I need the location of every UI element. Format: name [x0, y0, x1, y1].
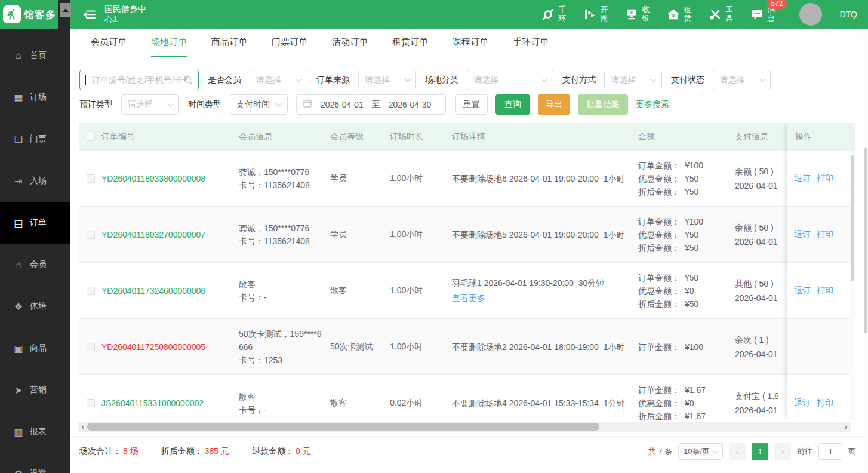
sidebar-item-training[interactable]: ❖体培: [0, 285, 70, 327]
order-number-link[interactable]: YD26040117250800000005: [101, 342, 205, 352]
pay-method-select[interactable]: 请选择: [604, 70, 662, 90]
member-level: 散客: [330, 398, 390, 408]
scrollbar-thumb[interactable]: [864, 148, 867, 333]
sidebar-item-marketing[interactable]: ➤营销: [0, 369, 70, 411]
stat-value: 8 场: [123, 446, 138, 456]
table-horizontal-scrollbar[interactable]: ‹ ›: [78, 422, 851, 432]
tab-rental-orders[interactable]: 租赁订单: [392, 29, 428, 57]
rental-action[interactable]: ¥ 租赁: [667, 5, 692, 23]
export-button[interactable]: 导出: [538, 94, 570, 115]
sidebar-item-tickets[interactable]: ❏门票: [0, 118, 70, 160]
tools-action[interactable]: 工具: [709, 5, 734, 23]
tab-wristband-orders[interactable]: 手环订单: [513, 29, 549, 57]
scroll-right-arrow[interactable]: ›: [841, 422, 851, 432]
date-range-picker[interactable]: 2026-04-01 至 2026-04-30: [296, 94, 446, 115]
reset-button[interactable]: 重置: [455, 94, 488, 115]
order-number-link[interactable]: YD26040118033800000008: [101, 174, 205, 183]
refund-link[interactable]: 退订: [794, 398, 811, 408]
next-page-button[interactable]: ›: [774, 443, 791, 460]
stat-label: 折后金额：: [161, 446, 203, 456]
row-checkbox[interactable]: [87, 343, 95, 351]
booking-type-select[interactable]: 请选择: [121, 94, 179, 115]
sidebar-item-settings[interactable]: ⚙设置: [0, 453, 70, 473]
goto-unit: 页: [848, 446, 856, 457]
cashier-action[interactable]: ¥ 收银: [625, 5, 651, 23]
tab-venue-orders[interactable]: 场地订单: [151, 29, 187, 57]
refund-link[interactable]: 退订: [794, 229, 811, 240]
order-number-link[interactable]: YD26040117324600000006: [101, 286, 205, 296]
order-source-select[interactable]: 请选择: [358, 70, 416, 90]
tab-ticket-orders[interactable]: 门票订单: [272, 29, 307, 57]
stat-value: 0 元: [296, 446, 311, 456]
date-to[interactable]: 2026-04-30: [389, 100, 432, 109]
query-button[interactable]: 查询: [495, 94, 530, 115]
sidebar-item-label: 会员: [30, 259, 47, 270]
select-all-checkbox[interactable]: [87, 133, 95, 141]
tab-goods-orders[interactable]: 商品订单: [211, 29, 247, 57]
refund-link[interactable]: 退订: [794, 285, 811, 296]
sidebar-item-entry[interactable]: ⇥入场: [0, 160, 70, 202]
venue-category-select[interactable]: 请选择: [467, 70, 553, 90]
tab-course-orders[interactable]: 课程订单: [453, 29, 488, 57]
refund-link[interactable]: 退订: [794, 173, 811, 184]
sidebar-item-home[interactable]: ⌂首页: [0, 35, 70, 76]
pay-status-select[interactable]: 请选择: [713, 70, 771, 90]
goto-page-input[interactable]: [818, 443, 842, 460]
main-content: 会员订单 场地订单 商品订单 门票订单 活动订单 租赁订单 课程订单 手环订单: [70, 29, 868, 473]
print-link[interactable]: 打印: [817, 229, 833, 240]
filter-label-venue-category: 场地分类: [425, 75, 458, 85]
is-member-select[interactable]: 请选择: [250, 70, 307, 90]
collapse-menu-button[interactable]: [82, 7, 97, 22]
sidebar-item-orders[interactable]: ▤订单: [0, 202, 70, 244]
time-type-select[interactable]: 支付时间: [230, 94, 288, 115]
print-link[interactable]: 打印: [817, 173, 833, 184]
member-icon: ☝: [13, 259, 24, 271]
print-link[interactable]: 打印: [817, 285, 833, 296]
chevron-down-icon: [276, 100, 282, 106]
order-number-link[interactable]: JS26040115331000000002: [101, 398, 204, 408]
more-search-link[interactable]: 更多搜索: [636, 99, 669, 110]
gate-icon: [583, 8, 596, 21]
sidebar-item-venue-booking[interactable]: ▦订场: [0, 76, 70, 118]
messages-action[interactable]: 572 消息: [750, 5, 776, 23]
table-vertical-scrollbar[interactable]: [850, 150, 855, 420]
gear-icon: ⚙: [13, 468, 24, 473]
order-number-link[interactable]: YD26040118032700000007: [101, 230, 205, 239]
wristband-action[interactable]: 手环: [541, 5, 567, 23]
prev-page-button[interactable]: ‹: [729, 443, 746, 460]
page-size-select[interactable]: 10条/页: [678, 443, 723, 460]
row-checkbox[interactable]: [87, 231, 95, 239]
brand-name: 馆客多: [24, 8, 56, 22]
table-row: JS26040115331000000002 散客卡号：- 散客 0.02小时 …: [79, 375, 855, 420]
search-input[interactable]: [92, 75, 187, 85]
sidebar-item-reports[interactable]: ▥报表: [0, 411, 70, 453]
rental-house-icon: ¥: [667, 8, 680, 21]
print-link[interactable]: 打印: [817, 398, 833, 408]
member-level: 学员: [330, 173, 390, 184]
view-more-link[interactable]: 查看更多: [452, 291, 485, 305]
row-checkbox[interactable]: [87, 174, 95, 183]
date-from[interactable]: 2026-04-01: [321, 100, 364, 109]
chevron-down-icon: [713, 447, 719, 453]
scrollbar-thumb[interactable]: [87, 423, 599, 431]
sidebar-item-label: 报表: [30, 426, 47, 437]
scroll-left-arrow[interactable]: ‹: [78, 422, 88, 432]
batch-settle-button[interactable]: 批量结账: [578, 94, 628, 115]
sidebar-item-members[interactable]: ☝会员: [0, 244, 70, 285]
gate-action[interactable]: 开闸: [583, 5, 609, 23]
page-vertical-scrollbar[interactable]: [863, 29, 868, 473]
row-checkbox[interactable]: [87, 399, 95, 407]
sidebar-item-goods[interactable]: ▣商品: [0, 327, 70, 369]
tab-activity-orders[interactable]: 活动订单: [332, 29, 368, 57]
orders-table: 订单编号 会员信息 会员等级 订场时长 订场详情 金额 支付信息 YD26040…: [79, 123, 855, 420]
scrollbar-thumb[interactable]: [851, 155, 854, 281]
user-avatar[interactable]: [799, 3, 822, 26]
row-checkbox[interactable]: [87, 287, 95, 295]
sidebar-scroll-up-button[interactable]: [60, 3, 71, 17]
chevron-down-icon: [651, 76, 657, 82]
tab-member-orders[interactable]: 会员订单: [91, 29, 127, 57]
pagination: 共 7 条 10条/页 ‹ 1 › 前往 页: [648, 443, 856, 460]
filter-panel: 是否会员 请选择 订单来源 请选择 场地分类 请选择 支付方式 请选择 支付状态…: [70, 57, 868, 115]
chevron-down-icon: [759, 76, 765, 82]
current-page-button[interactable]: 1: [752, 443, 768, 460]
